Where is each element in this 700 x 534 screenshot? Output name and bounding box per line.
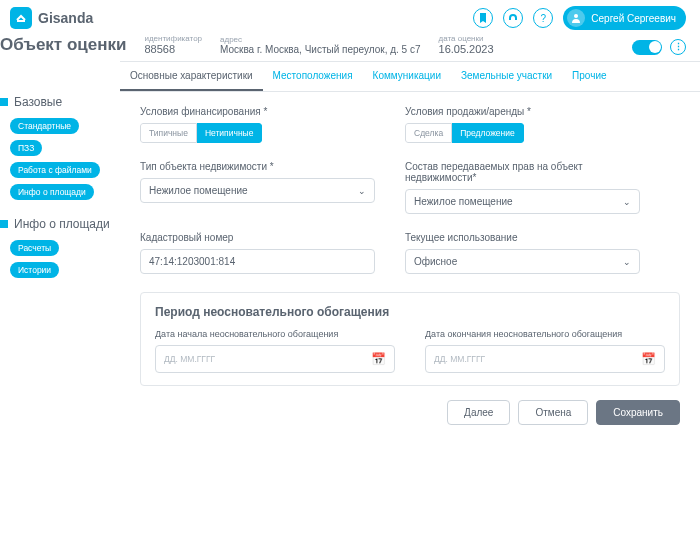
save-button[interactable]: Сохранить xyxy=(596,400,680,425)
meta-date: дата оценки 16.05.2023 xyxy=(439,34,494,55)
field-period-start: Дата начала неосновательного обогащения … xyxy=(155,329,395,373)
sidebar-item-files[interactable]: Работа с файлами xyxy=(10,162,100,178)
field-cadastral: Кадастровый номер 47:14:1203001:814 xyxy=(140,232,375,274)
topbar: Gisanda ? Сергей Сергеевич xyxy=(0,0,700,34)
field-sale: Условия продажи/аренды * Сделка Предложе… xyxy=(405,106,640,143)
period-end-input[interactable]: ДД. ММ.ГГГГ 📅 xyxy=(425,345,665,373)
sidebar-group-area[interactable]: Инфо о площади xyxy=(0,213,120,237)
sale-segment[interactable]: Сделка Предложение xyxy=(405,123,524,143)
topbar-actions: ? Сергей Сергеевич xyxy=(473,6,686,30)
sidebar-item-pzz[interactable]: ПЗЗ xyxy=(10,140,42,156)
avatar-icon xyxy=(567,9,585,27)
form: Условия финансирования * Типичные Нетипи… xyxy=(120,92,700,284)
main: Основные характеристики Местоположения К… xyxy=(120,61,700,439)
help-icon[interactable]: ? xyxy=(533,8,553,28)
sidebar: Базовые Стандартные ПЗЗ Работа с файлами… xyxy=(0,61,120,439)
square-icon xyxy=(0,98,8,106)
chevron-down-icon: ⌄ xyxy=(623,197,631,207)
current-use-select[interactable]: Офисное ⌄ xyxy=(405,249,640,274)
tab-locations[interactable]: Местоположения xyxy=(263,62,363,91)
logo[interactable]: Gisanda xyxy=(10,7,93,29)
brand-name: Gisanda xyxy=(38,10,93,26)
svg-point-1 xyxy=(574,14,578,18)
rights-select[interactable]: Нежилое помещение ⌄ xyxy=(405,189,640,214)
tab-main-chars[interactable]: Основные характеристики xyxy=(120,62,263,91)
logo-icon xyxy=(10,7,32,29)
cancel-button[interactable]: Отмена xyxy=(518,400,588,425)
page-title: Объект оценки xyxy=(0,35,126,55)
sidebar-item-calc[interactable]: Расчеты xyxy=(10,240,59,256)
calendar-icon: 📅 xyxy=(371,352,386,366)
info-icon[interactable]: ⋮ xyxy=(670,39,686,55)
square-icon xyxy=(0,220,8,228)
edit-toggle[interactable]: ✎ xyxy=(632,40,662,55)
next-button[interactable]: Далее xyxy=(447,400,510,425)
tab-comms[interactable]: Коммуникации xyxy=(363,62,451,91)
bookmark-icon[interactable] xyxy=(473,8,493,28)
prop-type-select[interactable]: Нежилое помещение ⌄ xyxy=(140,178,375,203)
tab-land[interactable]: Земельные участки xyxy=(451,62,562,91)
chevron-down-icon: ⌄ xyxy=(358,186,366,196)
field-rights: Состав передаваемых прав на объект недви… xyxy=(405,161,640,214)
field-period-end: Дата окончания неосновательного обогащен… xyxy=(425,329,665,373)
chevron-down-icon: ⌄ xyxy=(623,257,631,267)
sidebar-item-history[interactable]: Истории xyxy=(10,262,59,278)
cadastral-input[interactable]: 47:14:1203001:814 xyxy=(140,249,375,274)
sidebar-item-area-info[interactable]: Инфо о площади xyxy=(10,184,94,200)
calendar-icon: 📅 xyxy=(641,352,656,366)
meta-address: адрес Москва г. Москва, Чистый переулок,… xyxy=(220,35,420,55)
period-box: Период неосновательного обогащения Дата … xyxy=(140,292,680,386)
period-title: Период неосновательного обогащения xyxy=(155,305,665,319)
user-name: Сергей Сергеевич xyxy=(591,13,676,24)
field-financing: Условия финансирования * Типичные Нетипи… xyxy=(140,106,375,143)
sidebar-group-basic[interactable]: Базовые xyxy=(0,91,120,115)
period-start-input[interactable]: ДД. ММ.ГГГГ 📅 xyxy=(155,345,395,373)
pencil-icon: ✎ xyxy=(635,41,647,53)
financing-segment[interactable]: Типичные Нетипичные xyxy=(140,123,262,143)
sidebar-item-standard[interactable]: Стандартные xyxy=(10,118,79,134)
svg-rect-0 xyxy=(17,20,25,22)
header-bar: Объект оценки идентификатор 88568 адрес … xyxy=(0,34,700,61)
header-right: ✎ ⋮ xyxy=(632,39,686,55)
field-prop-type: Тип объекта недвижимости * Нежилое помещ… xyxy=(140,161,375,214)
field-current-use: Текущее использование Офисное ⌄ xyxy=(405,232,640,274)
user-menu[interactable]: Сергей Сергеевич xyxy=(563,6,686,30)
meta-id: идентификатор 88568 xyxy=(144,34,202,55)
support-icon[interactable] xyxy=(503,8,523,28)
tab-other[interactable]: Прочие xyxy=(562,62,616,91)
footer: Далее Отмена Сохранить xyxy=(120,386,700,439)
tabs: Основные характеристики Местоположения К… xyxy=(120,62,700,92)
